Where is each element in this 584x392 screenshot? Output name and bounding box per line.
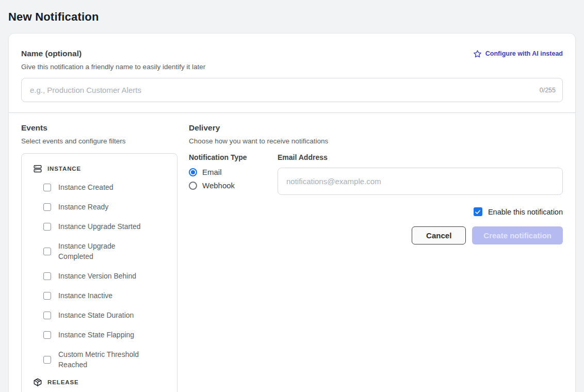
event-row: Instance State Flapping	[22, 325, 177, 345]
char-counter: 0/255	[540, 87, 556, 94]
event-checkbox[interactable]	[43, 203, 51, 211]
event-label: Instance Inactive	[58, 290, 112, 301]
notification-type-radio-group: EmailWebhook	[189, 168, 278, 190]
event-group-label: INSTANCE	[47, 166, 81, 172]
event-row: Instance Ready	[22, 197, 177, 217]
radio-icon	[189, 182, 197, 190]
delivery-subtitle: Choose how you want to receive notificat…	[189, 137, 563, 145]
event-checkbox[interactable]	[43, 292, 51, 300]
event-row: Instance Upgrade Completed	[22, 236, 177, 266]
name-input[interactable]	[21, 78, 563, 102]
delivery-column: Delivery Choose how you want to receive …	[189, 123, 563, 392]
event-label: Instance State Flapping	[58, 330, 134, 340]
event-row: Instance Inactive	[22, 286, 177, 305]
email-address-label: Email Address	[278, 153, 563, 161]
create-notification-button[interactable]: Create notification	[472, 226, 563, 244]
email-address-input[interactable]	[278, 168, 563, 195]
event-checkbox[interactable]	[43, 356, 51, 364]
radio-label: Email	[202, 168, 222, 176]
new-notification-card: Name (optional) Configure with AI instea…	[8, 33, 576, 392]
event-group-label: RELEASE	[47, 379, 79, 385]
event-group-header: INSTANCE	[22, 161, 177, 177]
event-row: Instance Version Behind	[22, 266, 177, 286]
delivery-title: Delivery	[189, 123, 563, 133]
configure-with-ai-link[interactable]: Configure with AI instead	[473, 50, 563, 58]
radio-icon	[189, 168, 197, 176]
event-label: Instance State Duration	[58, 310, 134, 320]
page-header: New Notification	[0, 0, 584, 33]
event-label: Instance Upgrade Completed	[58, 241, 147, 262]
event-checkbox[interactable]	[43, 312, 51, 319]
event-row: Custom Metric Threshold Reached	[22, 345, 177, 374]
event-checkbox[interactable]	[43, 184, 51, 191]
event-label: Instance Version Behind	[58, 271, 136, 281]
page-title: New Notification	[8, 10, 576, 24]
star-icon	[473, 50, 482, 58]
events-column: Events Select events and configure filte…	[21, 123, 177, 392]
event-label: Custom Metric Threshold Reached	[58, 349, 147, 370]
event-checkbox[interactable]	[43, 331, 51, 339]
notification-type-option[interactable]: Email	[189, 168, 278, 176]
notification-type-option[interactable]: Webhook	[189, 181, 278, 190]
event-label: Instance Ready	[58, 202, 108, 212]
event-group-header: RELEASE	[22, 374, 177, 391]
name-section-title: Name (optional)	[21, 49, 82, 58]
enable-notification-checkbox[interactable]	[474, 207, 482, 216]
event-row: Instance Created	[22, 177, 177, 197]
events-title: Events	[21, 123, 177, 133]
configure-with-ai-label: Configure with AI instead	[485, 50, 563, 57]
events-subtitle: Select events and configure filters	[21, 137, 177, 145]
name-section: Name (optional) Configure with AI instea…	[9, 34, 575, 112]
package-icon	[33, 378, 42, 387]
event-checkbox[interactable]	[43, 248, 51, 255]
event-label: Instance Upgrade Started	[58, 221, 141, 232]
name-section-description: Give this notification a friendly name t…	[21, 63, 563, 71]
checkmark-icon	[475, 209, 481, 215]
event-row: Instance State Duration	[22, 305, 177, 325]
radio-label: Webhook	[202, 181, 235, 190]
event-row: Instance Upgrade Started	[22, 217, 177, 236]
enable-notification-label: Enable this notification	[488, 208, 563, 216]
server-icon	[33, 164, 42, 173]
event-label: Instance Created	[58, 182, 113, 192]
events-list: INSTANCEInstance CreatedInstance ReadyIn…	[21, 153, 177, 392]
event-checkbox[interactable]	[43, 223, 51, 231]
notification-type-label: Notification Type	[189, 153, 278, 161]
cancel-button[interactable]: Cancel	[412, 226, 466, 244]
event-checkbox[interactable]	[43, 272, 51, 280]
